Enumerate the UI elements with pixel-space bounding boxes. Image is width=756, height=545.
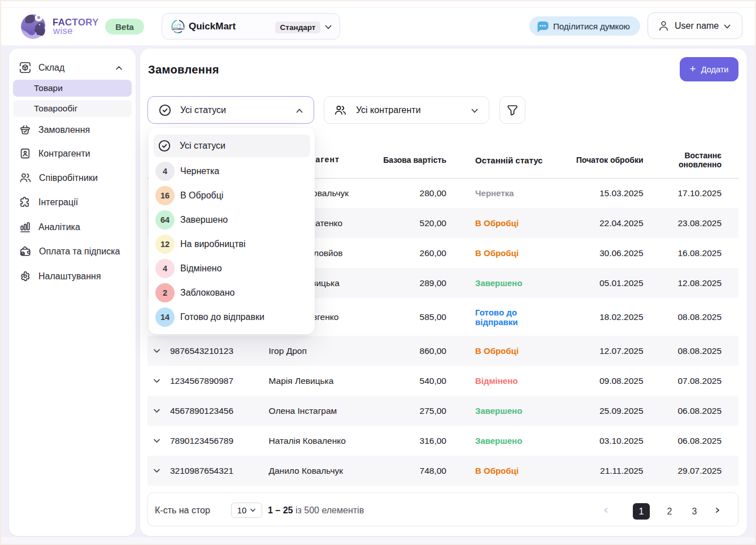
- svg-text:QuickMart: QuickMart: [172, 27, 185, 30]
